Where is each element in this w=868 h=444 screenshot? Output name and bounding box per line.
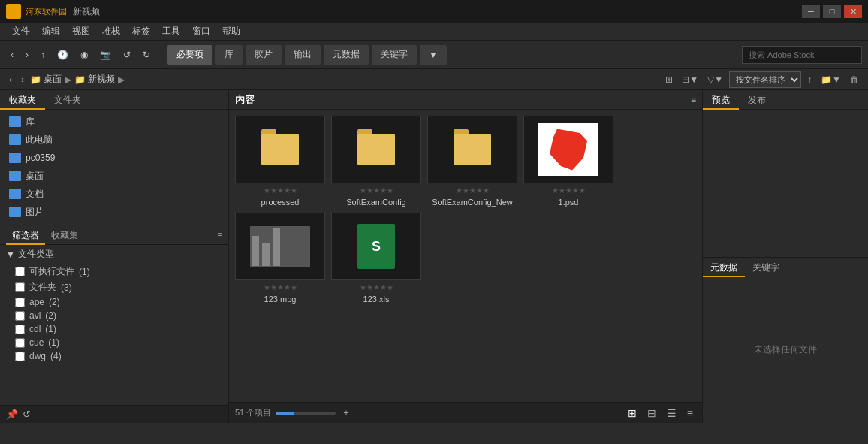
- menu-help[interactable]: 帮助: [216, 23, 246, 39]
- filter-dwg[interactable]: dwg (4): [0, 349, 228, 363]
- stars-softexam2: ★★★★★: [456, 186, 490, 195]
- new-folder-btn[interactable]: 📁▼: [818, 73, 844, 86]
- reveal-btn[interactable]: ◉: [76, 45, 92, 65]
- menu-tools[interactable]: 工具: [156, 23, 186, 39]
- nav-forward-button[interactable]: ›: [21, 45, 33, 65]
- folder-checkbox[interactable]: [15, 282, 25, 292]
- sidebar-item-library[interactable]: 库: [0, 113, 228, 131]
- view-list-btn[interactable]: ⊟: [644, 406, 659, 421]
- filetype-label: 文件类型: [18, 248, 54, 261]
- nav-back-button[interactable]: ‹: [6, 45, 18, 65]
- cdl-count: (1): [45, 324, 56, 334]
- menu-stack[interactable]: 堆栈: [96, 23, 126, 39]
- thumb-item-softexam1[interactable]: ★★★★★ SoftExamConfig: [331, 116, 421, 207]
- new-video-folder-icon: 📁: [74, 74, 86, 85]
- refresh-button[interactable]: ↺: [23, 409, 31, 420]
- maximize-button[interactable]: □: [823, 5, 841, 18]
- sort-select[interactable]: 按文件名排序 按日期排序 按大小排序: [729, 71, 801, 88]
- filter-cue[interactable]: cue (1): [0, 336, 228, 349]
- thumb-item-xls[interactable]: S ★★★★★ 123.xls: [331, 213, 421, 304]
- tab-output[interactable]: 输出: [285, 45, 321, 65]
- view-detail-btn[interactable]: ☰: [664, 406, 680, 421]
- pin-button[interactable]: 📌: [6, 409, 18, 420]
- avi-checkbox[interactable]: [15, 311, 25, 321]
- rotate-cw-button[interactable]: ↻: [138, 45, 155, 65]
- folder-icon-softexam2: [454, 134, 491, 165]
- tab-metadata[interactable]: 元数据: [324, 45, 369, 65]
- meta-tab-metadata[interactable]: 元数据: [703, 258, 745, 277]
- delete-btn[interactable]: 🗑: [847, 73, 862, 86]
- menu-label[interactable]: 标签: [126, 23, 156, 39]
- meta-tab-keyword[interactable]: 关键字: [745, 258, 787, 277]
- filetype-group-title[interactable]: ▼ 文件类型: [0, 245, 228, 264]
- filter-avi[interactable]: avi (2): [0, 309, 228, 322]
- ape-checkbox[interactable]: [15, 298, 25, 307]
- window-controls: ─ □ ✕: [802, 5, 862, 18]
- dwg-checkbox[interactable]: [15, 352, 25, 361]
- rotate-ccw-button[interactable]: ↺: [119, 45, 135, 65]
- thumb-label-psd: 1.psd: [559, 198, 579, 207]
- path-desktop[interactable]: 📁 桌面: [30, 73, 62, 86]
- preview-tab-preview[interactable]: 预览: [703, 90, 739, 110]
- view-grid-btn[interactable]: ⊞: [625, 406, 640, 421]
- path-forward-btn[interactable]: ›: [18, 73, 27, 86]
- executable-count: (1): [79, 267, 90, 277]
- sort-order-btn[interactable]: ⊟▼: [679, 73, 701, 86]
- nav-parent-button[interactable]: ↑: [36, 45, 50, 65]
- search-input[interactable]: [742, 46, 862, 64]
- close-button[interactable]: ✕: [844, 5, 862, 18]
- filter-tab-filter[interactable]: 筛选器: [6, 225, 45, 245]
- mpg-bar3: [273, 228, 280, 266]
- thumb-label-processed: processed: [261, 198, 300, 207]
- desktop-icon: [9, 171, 21, 181]
- camera-btn[interactable]: 📷: [95, 45, 116, 65]
- thumb-item-softexam2[interactable]: ★★★★★ SoftExamConfig_New: [427, 116, 517, 207]
- tab-film[interactable]: 胶片: [246, 45, 282, 65]
- path-back-btn[interactable]: ‹: [6, 73, 15, 86]
- minimize-button[interactable]: ─: [802, 5, 820, 18]
- path-controls: ⊞ ⊟▼ ▽▼ 按文件名排序 按日期排序 按大小排序 ↑ 📁▼ 🗑: [662, 71, 862, 88]
- filter-cdl[interactable]: cdl (1): [0, 322, 228, 336]
- menu-view[interactable]: 视图: [66, 23, 96, 39]
- recent-btn[interactable]: 🕐: [53, 45, 73, 65]
- sidebar-tab-folders[interactable]: 文件夹: [45, 90, 90, 110]
- thumb-item-psd[interactable]: ★★★★★ 1.psd: [523, 116, 613, 207]
- avi-count: (2): [45, 310, 56, 321]
- menu-edit[interactable]: 编辑: [36, 23, 66, 39]
- sidebar-item-pictures[interactable]: 图片: [0, 203, 228, 221]
- path-new-video[interactable]: 📁 新视频: [74, 73, 115, 86]
- filter-btn[interactable]: ▽▼: [704, 73, 726, 86]
- cue-checkbox[interactable]: [15, 338, 25, 348]
- view-compact-btn[interactable]: ≡: [684, 406, 696, 421]
- filter-executable[interactable]: 可执行文件 (1): [0, 264, 228, 279]
- menu-file[interactable]: 文件: [6, 23, 36, 39]
- thumb-box-psd: [523, 116, 613, 183]
- filter-folder[interactable]: 文件夹 (3): [0, 279, 228, 295]
- filter-icon-btn[interactable]: ⊞: [662, 73, 676, 86]
- content-menu-button[interactable]: ≡: [691, 95, 696, 105]
- preview-tab-publish[interactable]: 发布: [739, 90, 775, 110]
- sort-asc-btn[interactable]: ↑: [804, 73, 815, 86]
- cdl-checkbox[interactable]: [15, 325, 25, 334]
- sidebar-item-computer[interactable]: 此电脑: [0, 131, 228, 149]
- add-content-btn[interactable]: +: [340, 406, 352, 420]
- executable-checkbox[interactable]: [15, 267, 25, 276]
- sidebar-item-desktop[interactable]: 桌面: [0, 167, 228, 185]
- thumb-item-processed[interactable]: ★★★★★ processed: [235, 116, 325, 207]
- tab-essentials[interactable]: 必要项: [167, 45, 212, 65]
- sidebar-bottom-bar: 📌 ↺: [0, 405, 228, 423]
- menu-window[interactable]: 窗口: [186, 23, 216, 39]
- filter-menu-button[interactable]: ≡: [217, 230, 222, 240]
- sidebar-tab-favorites[interactable]: 收藏夹: [0, 90, 45, 110]
- cue-count: (1): [48, 337, 59, 348]
- filter-ape[interactable]: ape (2): [0, 295, 228, 309]
- tab-keyword[interactable]: 关键字: [372, 45, 417, 65]
- thumb-label-mpg: 123.mpg: [264, 294, 297, 304]
- tab-more[interactable]: ▼: [420, 45, 447, 65]
- tab-library[interactable]: 库: [215, 45, 243, 65]
- sidebar-item-pc0359[interactable]: pc0359: [0, 149, 228, 167]
- thumb-item-mpg[interactable]: ★★★★★ 123.mpg: [235, 213, 325, 304]
- sidebar-item-documents[interactable]: 文档: [0, 185, 228, 203]
- filter-tab-collection[interactable]: 收藏集: [45, 225, 84, 245]
- path-sep-2: ▶: [118, 74, 125, 85]
